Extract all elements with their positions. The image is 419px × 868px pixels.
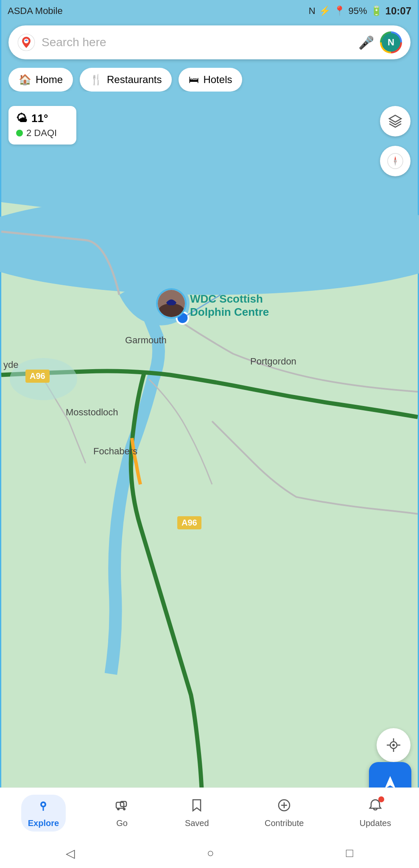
back-button[interactable]: ◁: [61, 842, 79, 865]
layers-icon: [388, 114, 403, 129]
updates-label: Updates: [360, 818, 391, 828]
svg-point-23: [117, 808, 120, 810]
time-text: 10:07: [385, 5, 411, 17]
nav-updates[interactable]: Updates: [353, 795, 398, 832]
contribute-icon: [277, 798, 291, 816]
location-button[interactable]: [377, 728, 411, 762]
updates-icon: [368, 798, 383, 816]
search-bar[interactable]: Search here 🎤 N: [8, 25, 411, 59]
place-pin-wdc[interactable]: WDC ScottishDolphin Centre: [156, 288, 187, 320]
daqi-label: 2 DAQI: [26, 128, 57, 139]
svg-point-18: [392, 744, 395, 746]
google-maps-logo: [17, 33, 36, 52]
home-quick-btn[interactable]: 🏠 Home: [8, 68, 73, 92]
mic-icon[interactable]: 🎤: [358, 35, 374, 50]
nav-go[interactable]: Go: [108, 795, 136, 832]
quick-buttons: 🏠 Home 🍴 Restaurants 🛏 Hotels: [8, 68, 419, 92]
battery-text: 95%: [349, 6, 367, 17]
home-icon: 🏠: [19, 74, 31, 86]
nav-saved[interactable]: Saved: [178, 795, 216, 832]
bottom-nav: Explore Go Saved Contri: [0, 787, 419, 838]
status-icons: N ⚡ 📍 95% 🔋 10:07: [309, 5, 411, 17]
road-badge-a96-east: A96: [177, 516, 201, 529]
nav-explore[interactable]: Explore: [21, 795, 66, 832]
carrier-text: ASDA Mobile: [8, 6, 63, 17]
svg-point-24: [123, 808, 126, 810]
weather-top: 🌤 11°: [16, 112, 69, 125]
layer-button[interactable]: [380, 106, 411, 136]
restaurants-icon: 🍴: [90, 74, 103, 86]
weather-widget[interactable]: 🌤 11° 2 DAQI: [8, 106, 76, 145]
place-label-wdc: WDC ScottishDolphin Centre: [190, 292, 269, 319]
go-label: Go: [116, 818, 128, 828]
hotels-icon: 🛏: [189, 74, 199, 86]
weather-icon: 🌤: [16, 112, 27, 125]
notification-dot: [378, 796, 384, 802]
saved-icon: [190, 798, 204, 816]
android-nav-bar: ◁ ○ □: [0, 838, 419, 868]
explore-label: Explore: [28, 818, 59, 828]
location-status-icon: 📍: [334, 6, 345, 17]
daqi-dot: [16, 130, 23, 136]
restaurants-quick-btn[interactable]: 🍴 Restaurants: [80, 68, 172, 92]
home-label: Home: [36, 74, 63, 86]
user-avatar[interactable]: N: [380, 31, 402, 53]
svg-point-20: [42, 803, 45, 806]
temperature: 11°: [31, 112, 48, 125]
go-icon: [115, 798, 129, 816]
search-placeholder[interactable]: Search here: [42, 36, 354, 49]
bluetooth-icon: ⚡: [319, 6, 330, 17]
compass-icon: [387, 153, 404, 170]
restaurants-label: Restaurants: [107, 74, 162, 86]
weather-bottom: 2 DAQI: [16, 128, 69, 139]
saved-label: Saved: [185, 818, 209, 828]
nav-contribute[interactable]: Contribute: [258, 795, 310, 832]
svg-point-7: [159, 303, 184, 317]
battery-icon: 🔋: [371, 6, 382, 17]
hotels-quick-btn[interactable]: 🛏 Hotels: [179, 68, 242, 92]
explore-icon: [36, 798, 50, 816]
svg-point-3: [0, 194, 419, 295]
road-badge-a96-west: A96: [25, 370, 50, 383]
compass-button[interactable]: [380, 146, 411, 176]
recent-button[interactable]: □: [342, 842, 358, 864]
place-avatar: [156, 288, 187, 319]
status-bar: ASDA Mobile N ⚡ 📍 95% 🔋 10:07: [0, 0, 419, 22]
hotels-label: Hotels: [203, 74, 232, 86]
contribute-label: Contribute: [265, 818, 304, 828]
nfc-icon: N: [309, 6, 316, 17]
my-location-icon: [385, 737, 402, 754]
home-button[interactable]: ○: [203, 842, 218, 864]
avatar-letter: N: [382, 33, 400, 52]
